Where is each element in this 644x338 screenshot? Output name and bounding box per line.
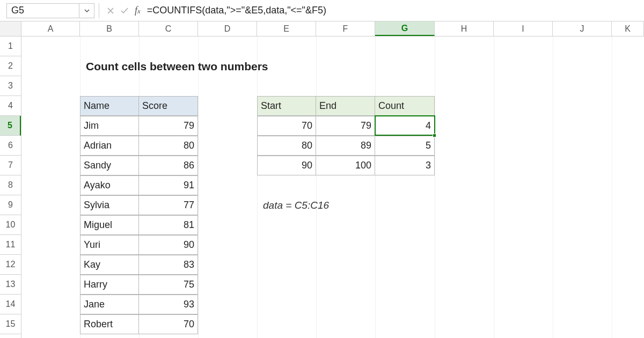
col-header-E[interactable]: E [257, 21, 316, 36]
fill-handle[interactable] [433, 134, 436, 137]
t1-score-cell[interactable]: 79 [138, 116, 198, 136]
t1-score-cell[interactable]: 83 [138, 255, 198, 275]
t1-score-cell[interactable]: 70 [138, 314, 198, 334]
t1-name-cell[interactable]: Jane [80, 295, 139, 314]
t1-header-name[interactable]: Name [80, 96, 139, 116]
accept-formula-button[interactable] [118, 3, 131, 18]
formula-text: =COUNTIFS(data,">="&E5,data,"<="&F5) [147, 5, 326, 16]
row-header-8[interactable]: 8 [0, 175, 21, 195]
row-header-2[interactable]: 2 [0, 56, 21, 76]
row-header-3[interactable]: 3 [0, 76, 21, 96]
t2-header-start[interactable]: Start [257, 96, 316, 116]
row-header-13[interactable]: 13 [0, 275, 21, 295]
t2-count-cell[interactable]: 3 [375, 156, 435, 175]
row-header-4[interactable]: 4 [0, 96, 21, 116]
row-header-7[interactable]: 7 [0, 156, 21, 175]
t2-start-cell[interactable]: 90 [257, 156, 316, 175]
t1-name-cell[interactable]: Sandy [80, 156, 139, 175]
t1-score-cell[interactable]: 91 [138, 175, 198, 195]
name-box-value: G5 [11, 5, 24, 16]
row-header-11[interactable]: 11 [0, 235, 21, 255]
t1-name-cell[interactable]: Harry [80, 275, 139, 295]
t2-end-cell[interactable]: 100 [316, 156, 375, 175]
row-header-1[interactable]: 1 [0, 36, 21, 56]
row-header-10[interactable]: 10 [0, 215, 21, 235]
separator [99, 3, 99, 18]
t1-name-cell[interactable]: Adrian [80, 136, 139, 156]
row-header-5[interactable]: 5 [0, 116, 21, 136]
col-header-D[interactable]: D [198, 21, 257, 36]
chevron-down-icon [84, 8, 90, 14]
t1-score-cell[interactable]: 81 [138, 215, 198, 235]
cell-area[interactable]: Count cells between two numbers Name Sco… [21, 36, 644, 338]
t2-header-end[interactable]: End [316, 96, 375, 116]
name-box[interactable]: G5 [6, 3, 79, 18]
select-all-corner[interactable] [0, 21, 21, 36]
col-header-I[interactable]: I [494, 21, 553, 36]
row-header-12[interactable]: 12 [0, 255, 21, 275]
t2-start-cell[interactable]: 70 [257, 116, 316, 136]
formula-input[interactable]: =COUNTIFS(data,">="&E5,data,"<="&F5) [144, 3, 644, 18]
col-header-K[interactable]: K [612, 21, 644, 36]
t1-header-score[interactable]: Score [138, 96, 198, 116]
x-icon [107, 7, 114, 14]
t1-name-cell[interactable]: Ayako [80, 175, 139, 195]
name-box-dropdown[interactable] [79, 3, 94, 18]
t1-name-cell[interactable]: Kay [80, 255, 139, 275]
t1-score-cell[interactable]: 75 [138, 275, 198, 295]
fx-label[interactable]: fx [131, 5, 144, 16]
t2-header-count[interactable]: Count [375, 96, 435, 116]
t2-count-cell[interactable]: 4 [375, 116, 435, 136]
t1-score-cell[interactable]: 86 [138, 156, 198, 175]
col-header-A[interactable]: A [21, 21, 80, 36]
page-title: Count cells between two numbers [83, 56, 308, 76]
data-range-note: data = C5:C16 [260, 195, 394, 215]
check-icon [120, 7, 129, 14]
t1-name-cell[interactable]: Jim [80, 116, 139, 136]
row-header-6[interactable]: 6 [0, 136, 21, 156]
col-header-C[interactable]: C [139, 21, 198, 36]
row-headers: 1 2 3 4 5 6 7 8 9 10 11 12 13 14 15 [0, 36, 21, 338]
col-header-H[interactable]: H [435, 21, 494, 36]
row-header-9[interactable]: 9 [0, 195, 21, 215]
grid: 1 2 3 4 5 6 7 8 9 10 11 12 13 14 15 [0, 36, 644, 338]
t1-score-cell[interactable]: 80 [138, 136, 198, 156]
t1-score-cell[interactable]: 77 [138, 195, 198, 215]
col-header-B[interactable]: B [80, 21, 139, 36]
row-header-14[interactable]: 14 [0, 295, 21, 314]
t2-count-cell[interactable]: 5 [375, 136, 435, 156]
column-headers: A B C D E F G H I J K [0, 21, 644, 36]
t2-end-cell[interactable]: 79 [316, 116, 375, 136]
col-header-G[interactable]: G [375, 21, 435, 36]
t1-name-cell[interactable]: Sylvia [80, 195, 139, 215]
cancel-formula-button[interactable] [104, 3, 118, 18]
col-header-J[interactable]: J [553, 21, 612, 36]
row-header-15[interactable]: 15 [0, 314, 21, 334]
excel-window: G5 fx =COUNTIFS(data,">="&E5,data,"<="&F… [0, 0, 644, 338]
t1-name-cell[interactable]: Miguel [80, 215, 139, 235]
t2-start-cell[interactable]: 80 [257, 136, 316, 156]
t1-name-cell[interactable]: Yuri [80, 235, 139, 255]
t2-end-cell[interactable]: 89 [316, 136, 375, 156]
col-header-F[interactable]: F [316, 21, 375, 36]
t1-name-cell[interactable]: Robert [80, 314, 139, 334]
t1-score-cell[interactable]: 93 [138, 295, 198, 314]
t1-score-cell[interactable]: 90 [138, 235, 198, 255]
formula-bar: G5 fx =COUNTIFS(data,">="&E5,data,"<="&F… [0, 0, 644, 21]
